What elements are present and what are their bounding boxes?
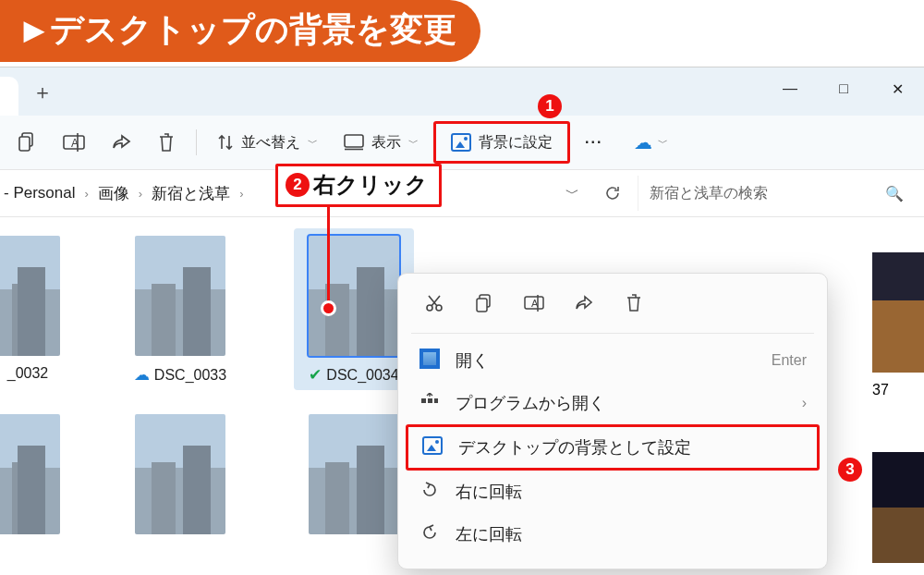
- thumbnail-image: [872, 252, 924, 373]
- tutorial-banner: ▶ デスクトップの背景を変更: [0, 0, 480, 62]
- copy-icon: [476, 294, 492, 312]
- callout-leader-line: [327, 201, 330, 302]
- file-item[interactable]: 37: [872, 252, 924, 398]
- refresh-icon: [604, 185, 621, 202]
- copy-button[interactable]: [7, 124, 48, 161]
- sort-label: 並べ替え: [241, 133, 300, 153]
- cloud-status-icon: ☁: [134, 365, 150, 385]
- breadcrumb-root[interactable]: - Personal: [4, 184, 75, 202]
- view-button[interactable]: 表示 ﹀: [333, 124, 430, 161]
- background-icon: [421, 436, 444, 459]
- window-controls: — □ ✕: [763, 67, 924, 110]
- refresh-button[interactable]: [597, 177, 628, 209]
- rename-button[interactable]: A: [52, 124, 96, 161]
- callout-dot: [321, 300, 336, 316]
- svg-rect-14: [421, 398, 426, 403]
- menu-separator: [411, 333, 814, 334]
- onedrive-status[interactable]: ☁ ﹀: [634, 131, 668, 153]
- toolbar: A 並べ替え ﹀ 表示 ﹀ 1 背景に設定 ··· ☁ ﹀: [0, 116, 924, 169]
- svg-rect-16: [434, 398, 438, 403]
- cut-button[interactable]: [413, 285, 456, 322]
- open-icon: [419, 349, 441, 373]
- chevron-down-icon: ﹀: [658, 136, 668, 150]
- menu-rotate-right[interactable]: 右に回転: [406, 471, 820, 513]
- trash-icon: [157, 132, 176, 153]
- file-item[interactable]: [120, 414, 240, 544]
- chevron-down-icon: ﹀: [408, 136, 419, 150]
- view-icon: [344, 134, 364, 151]
- menu-open-label: 開く: [456, 349, 489, 372]
- share-button[interactable]: [100, 124, 142, 161]
- svg-rect-15: [428, 398, 432, 403]
- search-icon: 🔍: [885, 185, 904, 202]
- tab-edge: [0, 77, 18, 116]
- thumbnail-image: [872, 452, 924, 563]
- breadcrumb-item[interactable]: 画像: [98, 183, 129, 204]
- menu-rotate-right-label: 右に回転: [456, 481, 522, 503]
- explorer-window: ＋ — □ ✕ A 並べ替え ﹀ 表示 ﹀: [0, 67, 924, 575]
- view-label: 表示: [371, 133, 401, 153]
- open-with-icon: [419, 393, 441, 414]
- menu-set-desktop-background[interactable]: デスクトップの背景として設定: [406, 424, 820, 471]
- synced-icon: ✔: [309, 365, 322, 385]
- file-item-selected[interactable]: ✔DSC_0034: [294, 228, 414, 390]
- set-background-button[interactable]: 1 背景に設定: [433, 121, 570, 164]
- address-bar-row: - Personal › 画像 › 新宿と浅草 › ﹀ 新宿と浅草の検索 🔍: [0, 169, 924, 217]
- file-item[interactable]: _0032: [0, 236, 67, 390]
- file-name: DSC_0033: [154, 367, 226, 384]
- file-item[interactable]: [294, 414, 414, 544]
- copy-icon: [18, 132, 37, 153]
- cut-icon: [425, 294, 444, 312]
- file-name: 37: [872, 382, 889, 398]
- file-item[interactable]: [0, 414, 67, 544]
- maximize-button[interactable]: □: [817, 67, 870, 110]
- delete-button[interactable]: [146, 124, 187, 161]
- menu-rotate-left-label: 左に回転: [456, 523, 522, 545]
- rename-button[interactable]: A: [513, 285, 555, 322]
- trash-icon: [626, 294, 642, 312]
- chevron-right-icon: ›: [239, 187, 243, 201]
- share-button[interactable]: [563, 285, 605, 322]
- file-name: _0032: [7, 365, 49, 382]
- chevron-down-icon: ﹀: [308, 136, 318, 150]
- file-item[interactable]: ☁DSC_0033: [120, 236, 240, 390]
- copy-button[interactable]: [463, 285, 505, 322]
- svg-rect-1: [19, 137, 30, 151]
- file-name: DSC_0034: [326, 367, 398, 384]
- svg-rect-5: [345, 135, 363, 147]
- svg-rect-10: [477, 299, 487, 312]
- callout-2: 2: [286, 173, 310, 197]
- new-tab-button[interactable]: ＋: [18, 73, 67, 112]
- search-input[interactable]: 新宿と浅草の検索 🔍: [638, 176, 915, 211]
- background-icon: [451, 133, 471, 152]
- callout-3: 3: [838, 458, 862, 482]
- close-button[interactable]: ✕: [870, 67, 924, 110]
- share-icon: [111, 133, 131, 152]
- chevron-right-icon: ›: [139, 187, 142, 201]
- banner-title: デスクトップの背景を変更: [50, 7, 456, 53]
- sort-icon: [217, 133, 234, 152]
- minimize-button[interactable]: —: [763, 67, 817, 110]
- rename-icon: A: [524, 295, 544, 312]
- file-item[interactable]: [872, 452, 924, 563]
- breadcrumb[interactable]: - Personal › 画像 › 新宿と浅草 ›: [0, 183, 547, 204]
- thumbnail-image: [0, 414, 60, 534]
- rotate-left-icon: [419, 523, 441, 546]
- menu-rotate-left[interactable]: 左に回転: [406, 513, 820, 556]
- breadcrumb-item[interactable]: 新宿と浅草: [152, 183, 230, 204]
- chevron-right-icon: ›: [84, 187, 88, 201]
- cloud-icon: ☁: [634, 131, 652, 153]
- separator: [196, 129, 197, 155]
- more-icon: ···: [585, 134, 602, 151]
- titlebar: ＋ — □ ✕: [0, 67, 924, 116]
- thumbnail-image: [0, 236, 60, 356]
- delete-button[interactable]: [613, 285, 655, 322]
- sort-button[interactable]: 並べ替え ﹀: [206, 124, 329, 161]
- history-dropdown[interactable]: ﹀: [556, 177, 588, 209]
- more-button[interactable]: ···: [574, 124, 614, 161]
- menu-open-with[interactable]: プログラムから開く ›: [406, 382, 820, 424]
- callout-2-label: 2 右クリック: [275, 164, 442, 207]
- thumbnail-image: [309, 236, 399, 356]
- rename-icon: A: [63, 133, 85, 152]
- menu-open[interactable]: 開く Enter: [406, 339, 820, 382]
